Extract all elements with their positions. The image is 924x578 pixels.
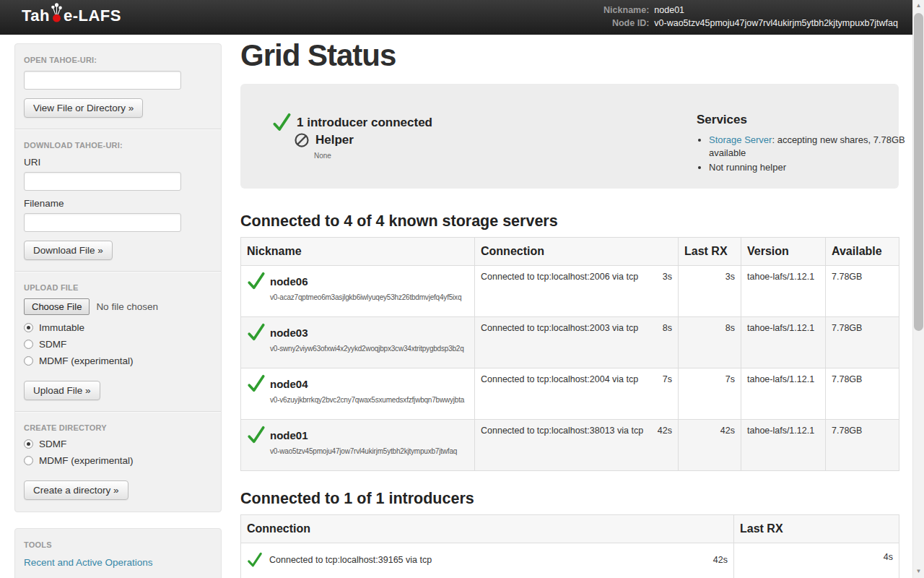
server-row: node06 v0-acaz7qptmeo6m3asjlgkb6iwlyuqey…	[241, 266, 899, 317]
introducer-status: 1 introducer connected	[272, 113, 432, 132]
service-item-storage: Storage Server: accepting new shares, 7.…	[709, 134, 910, 160]
available-cell: 7.78GB	[826, 266, 899, 317]
filename-field-label: Filename	[24, 198, 212, 209]
last-rx-cell: 7s	[679, 368, 741, 420]
last-rx-cell: 42s	[679, 420, 741, 471]
open-uri-input[interactable]	[24, 71, 181, 90]
col-version: Version	[741, 238, 826, 266]
version-cell: tahoe-lafs/1.12.1	[741, 420, 826, 471]
connected-check-icon	[272, 113, 292, 132]
status-summary-box: 1 introducer connected Helper None Servi…	[240, 84, 899, 189]
radio-icon[interactable]	[24, 340, 33, 349]
last-rx-cell: 4s	[734, 543, 899, 578]
open-uri-label: OPEN TAHOE-URI:	[24, 56, 212, 64]
connection-age: 42s	[658, 426, 672, 436]
available-cell: 7.78GB	[826, 317, 899, 368]
create-directory-button[interactable]: Create a directory »	[24, 480, 128, 500]
choose-file-button[interactable]: Choose File	[24, 298, 90, 315]
nickname-cell: node04 v0-v6zuyjkbrrkqy2bvc2cny7qwax5sxu…	[241, 368, 475, 420]
storage-servers-table: Nickname Connection Last RX Version Avai…	[240, 237, 899, 471]
radio-icon[interactable]	[24, 356, 33, 366]
page-title: Grid Status	[240, 39, 899, 72]
mkdir-format-sdmf[interactable]: SDMF	[24, 439, 212, 449]
node-id-value: v0-wao5tzv45pmoju47jow7rvl4ukirjm5ytbh2k…	[654, 18, 898, 28]
mkdir-format-mdmf[interactable]: MDMF (experimental)	[24, 455, 212, 466]
introducers-table: Connection Last RX Connected to tcp:loca…	[240, 514, 899, 578]
radio-icon[interactable]	[24, 323, 33, 332]
upload-format-mdmf[interactable]: MDMF (experimental)	[24, 355, 212, 366]
scroll-up-arrow[interactable]: ▲	[913, 1, 924, 11]
connected-check-icon	[247, 374, 266, 393]
server-row: node03 v0-swny2viyw63ofxwi4x2yykd2woqjbp…	[241, 317, 899, 368]
connection-age: 8s	[663, 323, 672, 333]
introducer-row: Connected to tcp:localhost:39165 via tcp…	[241, 543, 899, 578]
server-row: node04 v0-v6zuyjkbrrkqy2bvc2cny7qwax5sxu…	[241, 368, 899, 420]
service-item-helper: Not running helper	[709, 161, 910, 174]
radio-label: SDMF	[39, 439, 66, 449]
col-connection: Connection	[475, 238, 679, 266]
version-cell: tahoe-lafs/1.12.1	[741, 368, 826, 420]
recent-operations-link[interactable]: Recent and Active Operations	[24, 557, 153, 568]
connected-check-icon	[247, 426, 266, 444]
file-chosen-status: No file chosen	[96, 301, 158, 312]
download-uri-input[interactable]	[24, 172, 181, 191]
top-bar: Tah e-LAFS Nickname: node01 Node ID: v0-…	[0, 0, 924, 35]
connection-cell: Connected to tcp:localhost:38013 via tcp…	[475, 420, 679, 471]
upload-file-label: UPLOAD FILE	[24, 283, 212, 292]
server-nickname: node06	[270, 275, 308, 288]
uri-field-label: URI	[24, 157, 212, 168]
server-node-id: v0-swny2viyw63ofxwi4x2yykd2woqjbpx3cw34x…	[247, 342, 468, 355]
nickname-cell: node06 v0-acaz7qptmeo6m3asjlgkb6iwlyuqey…	[241, 266, 475, 317]
upload-file-button[interactable]: Upload File »	[24, 381, 100, 400]
sidebar-forms-panel: OPEN TAHOE-URI: View File or Directory »…	[14, 43, 222, 512]
server-row: node01 v0-wao5tzv45pmoju47jow7rvl4ukirjm…	[241, 420, 899, 471]
connection-cell: Connected to tcp:localhost:2004 via tcp7…	[475, 368, 679, 420]
services-list: Storage Server: accepting new shares, 7.…	[697, 134, 910, 174]
download-uri-section: DOWNLOAD TAHOE-URI: URI Filename Downloa…	[24, 141, 212, 260]
col-connection: Connection	[241, 515, 734, 543]
divider	[15, 411, 221, 413]
table-header-row: Nickname Connection Last RX Version Avai…	[241, 238, 899, 266]
download-file-button[interactable]: Download File »	[24, 241, 113, 260]
service-item-text: Not running helper	[709, 162, 786, 173]
server-nickname: node04	[270, 378, 308, 390]
upload-format-immutable[interactable]: Immutable	[24, 322, 212, 333]
last-rx-cell: 3s	[679, 266, 741, 317]
view-file-button[interactable]: View File or Directory »	[24, 98, 143, 118]
server-node-id: v0-wao5tzv45pmoju47jow7rvl4ukirjm5ytbh2k…	[247, 445, 468, 457]
connection-age: 3s	[663, 272, 672, 282]
download-filename-input[interactable]	[24, 213, 181, 232]
tahoe-balloons-icon	[51, 1, 63, 24]
version-cell: tahoe-lafs/1.12.1	[741, 266, 826, 317]
table-header-row: Connection Last RX	[241, 515, 899, 543]
radio-icon[interactable]	[24, 439, 33, 449]
scroll-down-arrow[interactable]: ▼	[913, 566, 924, 577]
nickname-value: node01	[654, 5, 898, 15]
main-content: Grid Status 1 introducer connected Helpe…	[240, 35, 899, 578]
tools-panel: TOOLS Recent and Active Operations	[14, 528, 222, 578]
introducer-status-text: 1 introducer connected	[297, 116, 432, 130]
last-rx-cell: 8s	[679, 317, 741, 368]
upload-format-sdmf[interactable]: SDMF	[24, 339, 212, 350]
storage-server-link[interactable]: Storage Server	[709, 134, 772, 145]
scrollbar-thumb[interactable]	[914, 13, 923, 331]
upload-file-section: UPLOAD FILE Choose File No file chosen I…	[24, 283, 212, 400]
tahoe-lafs-logo[interactable]: Tah e-LAFS	[22, 7, 121, 25]
download-uri-label: DOWNLOAD TAHOE-URI:	[24, 141, 212, 150]
no-helper-icon	[294, 132, 310, 148]
server-nickname: node01	[270, 429, 308, 441]
radio-label: SDMF	[39, 339, 66, 350]
vertical-scrollbar[interactable]: ▲ ▼	[912, 0, 924, 578]
divider	[15, 271, 221, 272]
available-cell: 7.78GB	[826, 368, 899, 420]
node-info: Nickname: node01 Node ID: v0-wao5tzv45pm…	[603, 5, 898, 28]
logo-text-left: Tah	[22, 7, 50, 25]
server-node-id: v0-acaz7qptmeo6m3asjlgkb6iwlyuqey53hz26t…	[247, 291, 468, 303]
node-id-label: Node ID:	[603, 18, 649, 28]
connection-age: 7s	[663, 374, 672, 384]
server-node-id: v0-v6zuyjkbrrkqy2bvc2cny7qwax5sxumedsxfz…	[247, 394, 468, 406]
col-nickname: Nickname	[241, 238, 475, 266]
radio-icon[interactable]	[24, 456, 33, 465]
storage-servers-heading: Connected to 4 of 4 known storage server…	[240, 212, 899, 230]
connected-check-icon	[247, 272, 266, 290]
